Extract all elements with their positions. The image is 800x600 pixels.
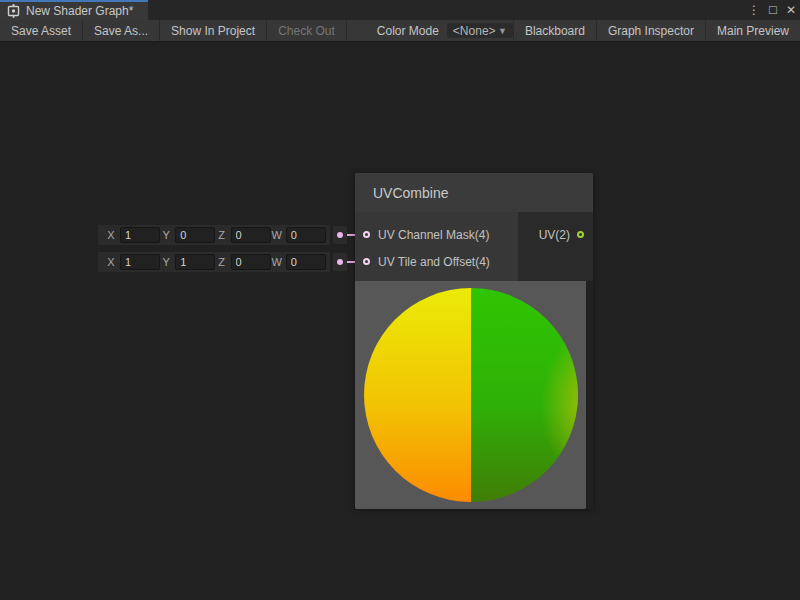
node-output-ports: UV(2)	[518, 212, 593, 281]
node-input-ports: UV Channel Mask(4) UV Tile and Offset(4)	[355, 212, 518, 281]
main-preview-button[interactable]: Main Preview	[705, 20, 800, 41]
sphere-right-half	[471, 288, 578, 502]
connector-dot-icon	[337, 232, 343, 238]
x-label: X	[105, 229, 117, 241]
check-out-button: Check Out	[267, 20, 347, 41]
window-menu-icon[interactable]: ⋮	[748, 0, 760, 20]
y-value-input[interactable]	[175, 227, 215, 243]
x-value-input[interactable]	[120, 254, 160, 270]
vector-field: Y	[160, 227, 215, 243]
maximize-icon[interactable]: □	[769, 0, 777, 20]
input-port-icon[interactable]	[363, 231, 370, 238]
node-uvcombine[interactable]: UVCombine UV Channel Mask(4) UV Tile and…	[355, 173, 593, 509]
output-port-uv[interactable]: UV(2)	[518, 221, 593, 248]
input-port-label: UV Channel Mask(4)	[378, 228, 489, 242]
vector-field: Z	[216, 227, 271, 243]
vector4-widget-2: X Y Z W	[98, 252, 330, 272]
w-value-input[interactable]	[286, 227, 326, 243]
w-label: W	[271, 229, 283, 241]
save-as-button[interactable]: Save As...	[83, 20, 160, 41]
z-label: Z	[216, 229, 228, 241]
input-port-uv-tile-offset[interactable]: UV Tile and Offset(4)	[355, 248, 518, 275]
edge-connector-1[interactable]	[333, 226, 347, 244]
color-mode-label: Color Mode	[347, 20, 447, 41]
node-preview[interactable]	[355, 281, 586, 509]
close-icon[interactable]: ✕	[786, 0, 796, 20]
node-title[interactable]: UVCombine	[355, 173, 593, 212]
blackboard-button[interactable]: Blackboard	[513, 20, 596, 41]
input-port-uv-channel-mask[interactable]: UV Channel Mask(4)	[355, 221, 518, 248]
show-in-project-button[interactable]: Show In Project	[160, 20, 267, 41]
z-label: Z	[216, 256, 228, 268]
vector-field: Y	[160, 254, 215, 270]
y-value-input[interactable]	[175, 254, 215, 270]
color-mode-dropdown[interactable]: <None> ▼	[447, 23, 513, 38]
graph-inspector-button[interactable]: Graph Inspector	[596, 20, 705, 41]
x-value-input[interactable]	[120, 227, 160, 243]
z-value-input[interactable]	[231, 227, 271, 243]
vector-field: W	[271, 254, 326, 270]
shader-graph-icon	[7, 4, 20, 18]
vector-field: X	[105, 227, 160, 243]
output-port-label: UV(2)	[539, 228, 570, 242]
w-label: W	[271, 256, 283, 268]
y-label: Y	[160, 256, 172, 268]
save-asset-button[interactable]: Save Asset	[0, 20, 83, 41]
tab-title: New Shader Graph*	[26, 4, 133, 18]
sphere-left-half	[364, 288, 471, 502]
y-label: Y	[160, 229, 172, 241]
tab-new-shader-graph[interactable]: New Shader Graph*	[0, 0, 148, 20]
vector-field: Z	[216, 254, 271, 270]
graph-canvas[interactable]: X Y Z W X Y Z W	[0, 42, 800, 599]
toolbar: Save Asset Save As... Show In Project Ch…	[0, 20, 800, 42]
vector-field: X	[105, 254, 160, 270]
vector-field: W	[271, 227, 326, 243]
chevron-down-icon: ▼	[498, 26, 507, 36]
input-port-icon[interactable]	[363, 258, 370, 265]
color-mode-value: <None>	[453, 24, 496, 38]
output-port-icon[interactable]	[577, 231, 584, 238]
w-value-input[interactable]	[286, 254, 326, 270]
z-value-input[interactable]	[231, 254, 271, 270]
vector4-widget-1: X Y Z W	[98, 225, 330, 245]
connector-dot-icon	[337, 259, 343, 265]
edge-connector-2[interactable]	[333, 253, 347, 271]
uv-preview-sphere	[364, 288, 578, 502]
title-bar: New Shader Graph* ⋮ □ ✕	[0, 0, 800, 20]
input-port-label: UV Tile and Offset(4)	[378, 255, 490, 269]
x-label: X	[105, 256, 117, 268]
